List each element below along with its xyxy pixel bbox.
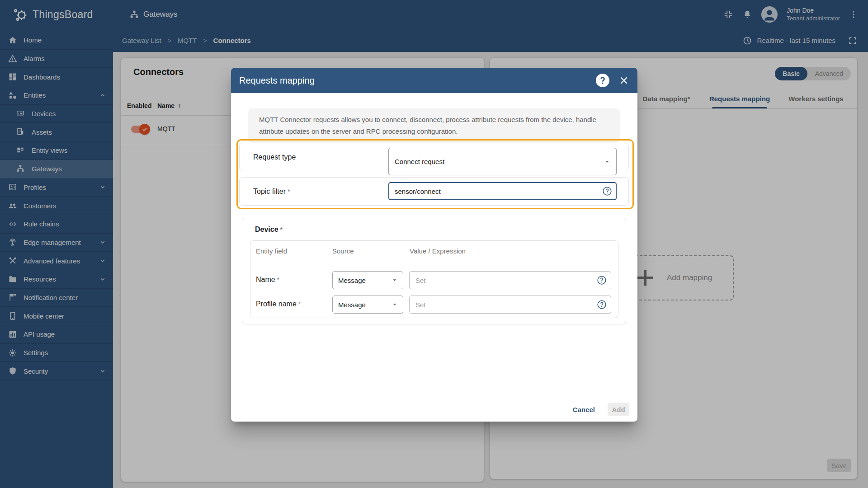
name-help-icon[interactable] [597, 275, 607, 285]
required-asterisk: * [280, 226, 283, 233]
device-table: Entity field Source Value / Expression N… [250, 240, 618, 318]
topic-filter-input[interactable] [388, 182, 617, 200]
device-section-label: Device* [255, 225, 283, 234]
name-value-input[interactable] [409, 271, 611, 289]
topic-help-icon[interactable] [602, 186, 612, 196]
profile-help-icon[interactable] [597, 300, 607, 310]
profile-source-select[interactable]: Message [332, 296, 403, 314]
dialog-body: MQTT Connector requests allows you to co… [231, 93, 637, 422]
profile-value-wrap [409, 296, 611, 314]
cancel-button[interactable]: Cancel [573, 406, 595, 413]
requests-mapping-dialog: Requests mapping MQTT Connector requests… [231, 68, 637, 422]
name-source-select[interactable]: Message [332, 271, 403, 289]
caret-down-icon [390, 300, 399, 309]
caret-down-icon [390, 276, 399, 285]
request-type-row: Request type Connect request [239, 143, 629, 171]
dialog-hint: MQTT Connector requests allows you to co… [248, 108, 620, 143]
device-section: Device* Entity field Source Value / Expr… [242, 218, 626, 324]
required-asterisk: * [298, 300, 301, 308]
device-table-header: Entity field Source Value / Expression [250, 241, 618, 261]
required-asterisk: * [288, 188, 290, 195]
column-value-expression: Value / Expression [410, 247, 466, 255]
column-source: Source [332, 247, 354, 255]
name-field-label: Name* [256, 276, 279, 284]
dialog-header: Requests mapping [231, 68, 637, 93]
request-type-value: Connect request [395, 158, 444, 165]
column-entity-field: Entity field [256, 247, 287, 255]
request-type-select[interactable]: Connect request [388, 148, 617, 175]
dialog-footer: Cancel Add [573, 403, 629, 416]
name-value-wrap [409, 271, 611, 289]
request-type-label: Request type [253, 153, 296, 161]
close-icon[interactable] [618, 75, 629, 86]
profile-value-input[interactable] [409, 296, 611, 314]
thingsboard-app: ThingsBoard Gateways [0, 0, 868, 488]
add-button[interactable]: Add [608, 403, 629, 416]
topic-filter-row: Topic filter* [239, 177, 629, 206]
caret-down-icon [603, 157, 612, 166]
help-icon[interactable] [596, 74, 609, 87]
topic-filter-label: Topic filter* [253, 188, 290, 196]
dialog-title: Requests mapping [239, 75, 315, 86]
required-asterisk: * [277, 276, 279, 283]
topic-filter-wrap [388, 182, 617, 200]
profile-name-field-label: Profile name* [256, 300, 301, 308]
